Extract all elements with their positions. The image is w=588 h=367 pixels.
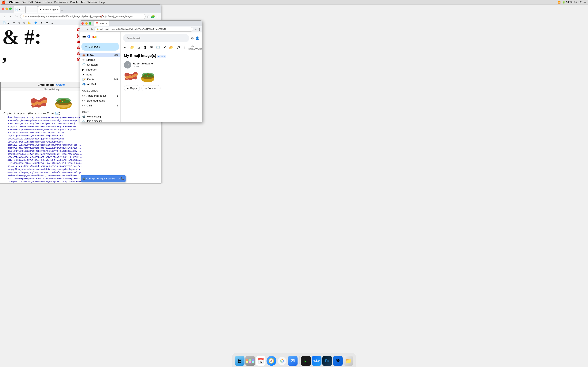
gmail-star-icon[interactable]: ☆ <box>195 28 197 31</box>
gmail-sidebar: ☰ Gmail ✏ Compose 📥 Inbox 320 ☆ Starred … <box>80 33 121 122</box>
gmail-avatar-icon[interactable]: 👤 <box>195 36 199 40</box>
menubar-bookmarks[interactable]: Bookmarks <box>54 1 68 4</box>
back-to-inbox-button[interactable]: ← <box>122 45 128 50</box>
chrome-tab-2[interactable]: ... <box>26 6 38 13</box>
reply-label: Reply <box>130 87 137 90</box>
compose-button[interactable]: ✏ Compose <box>81 43 119 50</box>
nav-snoozed[interactable]: 🕐 Snoozed <box>80 62 121 67</box>
bookmark-4[interactable]: © <box>22 21 26 25</box>
bookmark-w[interactable]: W <box>44 21 49 25</box>
bookmark-1[interactable]: 📄N... <box>2 21 11 25</box>
labels-button[interactable]: 🏷 <box>175 45 181 50</box>
nav-all-mail[interactable]: 📬 All Mail <box>80 82 121 87</box>
add-task-button[interactable]: ✔ <box>162 45 167 50</box>
gmail-search-input[interactable] <box>123 34 189 42</box>
delete-button[interactable]: 🗑 <box>142 45 148 50</box>
minimize-button[interactable] <box>6 8 8 10</box>
gmail-logo: Gmail <box>87 34 99 39</box>
gmail-tab-icon: M <box>96 22 98 25</box>
gmail-back[interactable]: ‹ <box>81 27 85 31</box>
forward-label: Forward <box>148 87 157 90</box>
gmail-tab-close[interactable]: ✕ <box>106 22 107 25</box>
nav-sent[interactable]: ➤ Sent <box>80 72 121 77</box>
nav-c3is[interactable]: 🏷 C3IS 1 <box>80 103 121 108</box>
panel-title: Emoji Image <box>38 83 54 86</box>
gmail-url-bar[interactable]: 🔒 mail.google.com/mail/u/0/#inbox/FMfcgx… <box>95 27 193 32</box>
menubar-window[interactable]: Window <box>87 1 97 4</box>
compose-icon: ✏ <box>85 45 87 48</box>
c3is-label: C3IS <box>86 104 93 107</box>
bookmark-star-icon[interactable]: ☆ <box>147 15 150 18</box>
url-text: rjmprogramming.com.au/PHP/emoji_image.ph… <box>37 15 143 18</box>
gmail-fullscreen[interactable] <box>89 22 91 25</box>
menubar-help[interactable]: Help <box>99 1 105 4</box>
creator-link[interactable]: Creator <box>56 83 65 86</box>
menubar-view[interactable]: View <box>35 1 41 4</box>
gmail-minimize[interactable] <box>85 22 87 25</box>
symbols-section: & #: , <box>2 27 78 63</box>
tab-close-icon[interactable]: ✕ <box>57 8 58 11</box>
nav-important[interactable]: ▶ Important <box>80 67 121 72</box>
reply-button[interactable]: ↩ Reply <box>124 85 140 91</box>
chrome2-tabs: M Gmail ✕ <box>94 21 200 26</box>
menubar: 🍎 Chrome File Edit View History Bookmark… <box>0 0 294 4</box>
email-meta: R Robert Metcalfe to me <box>124 61 199 68</box>
reload-button[interactable]: ↻ <box>14 14 19 19</box>
hangouts-phone-icon[interactable]: 📞 <box>121 177 124 180</box>
extensions-icon[interactable]: 🧩 <box>151 15 155 18</box>
hamburger-icon[interactable]: ☰ <box>82 34 86 39</box>
menubar-tab[interactable]: Tab <box>81 1 85 4</box>
new-tab-button[interactable]: + <box>61 8 63 13</box>
apple-mail-icon: 🏷 <box>82 94 85 97</box>
snooze-button[interactable]: 🕐 <box>155 45 161 50</box>
new-meeting-item[interactable]: 📹 New meeting <box>80 114 121 119</box>
gmail-close[interactable] <box>81 22 84 25</box>
chrome-tab-active[interactable]: ✖ Emoji Image ✕ <box>38 6 60 13</box>
gmail-forward[interactable]: › <box>86 27 89 31</box>
chrome-tab-1[interactable]: 📄 N... <box>13 6 26 13</box>
spam-button[interactable]: ⚠ <box>136 45 141 50</box>
nav-blue-mountains[interactable]: 🏷 Blue Mountains <box>80 98 121 103</box>
forward-button[interactable]: › <box>8 14 13 19</box>
close-button[interactable] <box>2 8 4 10</box>
bookmark-6[interactable]: 🔷 <box>33 21 38 25</box>
apple-menu[interactable]: 🍎 <box>2 0 6 4</box>
forward-button[interactable]: ↪ Forward <box>141 85 160 91</box>
gmail-settings-icon[interactable]: ⚙ <box>191 36 194 40</box>
tab-favicon-1: 📄 <box>15 8 18 11</box>
bookmark-3[interactable]: © <box>17 21 21 25</box>
gmail-reload[interactable]: ↻ <box>90 27 94 31</box>
drafts-label: Drafts <box>87 78 94 81</box>
mark-unread-button[interactable]: ✉ <box>149 45 154 50</box>
reply-icon: ↩ <box>127 87 129 90</box>
menubar-history[interactable]: History <box>43 1 52 4</box>
hangouts-close-icon[interactable]: ✕ <box>118 177 121 180</box>
back-button[interactable]: ‹ <box>2 14 7 19</box>
bookmark-more[interactable]: ... <box>50 21 54 25</box>
bookmark-7[interactable]: ≷ <box>39 21 43 25</box>
gmail-tab[interactable]: M Gmail ✕ <box>94 21 109 26</box>
menubar-people[interactable]: People <box>70 1 78 4</box>
chrome2-titlebar: M Gmail ✕ <box>80 21 202 26</box>
starred-label: Starred <box>86 58 95 61</box>
nav-starred[interactable]: ☆ Starred <box>80 58 121 62</box>
chrome-titlebar: 📄 N... ... ✖ Emoji Image ✕ + <box>0 5 161 13</box>
more-button[interactable]: ⋮ <box>182 45 188 50</box>
gmail-extension-icon[interactable]: ⋮ <box>198 28 201 31</box>
svg-point-2 <box>56 98 71 103</box>
menubar-file[interactable]: File <box>22 1 26 4</box>
bookmark-2[interactable]: ↺ <box>12 21 16 25</box>
join-meeting-item[interactable]: 🔗 Join a meeting <box>80 119 121 122</box>
inbox-label: Inbox <box>87 53 94 57</box>
menubar-chrome[interactable]: Chrome <box>9 1 19 4</box>
nav-apple-mail[interactable]: 🏷 Apple Mail To Do 1 <box>80 93 121 98</box>
fullscreen-button[interactable] <box>9 8 12 10</box>
nav-inbox[interactable]: 📥 Inbox 320 <box>80 53 121 57</box>
move-to-button[interactable]: 📂 <box>168 45 174 50</box>
archive-button[interactable]: 📁 <box>129 45 135 50</box>
chrome-menu-icon[interactable]: ⋮ <box>156 15 159 18</box>
address-bar[interactable]: ⚠ Not Secure rjmprogramming.com.au/PHP/e… <box>20 14 146 19</box>
nav-drafts[interactable]: 📝 Drafts 248 <box>80 77 121 82</box>
menubar-edit[interactable]: Edit <box>28 1 33 4</box>
bookmark-5[interactable]: 📐 <box>27 21 32 25</box>
